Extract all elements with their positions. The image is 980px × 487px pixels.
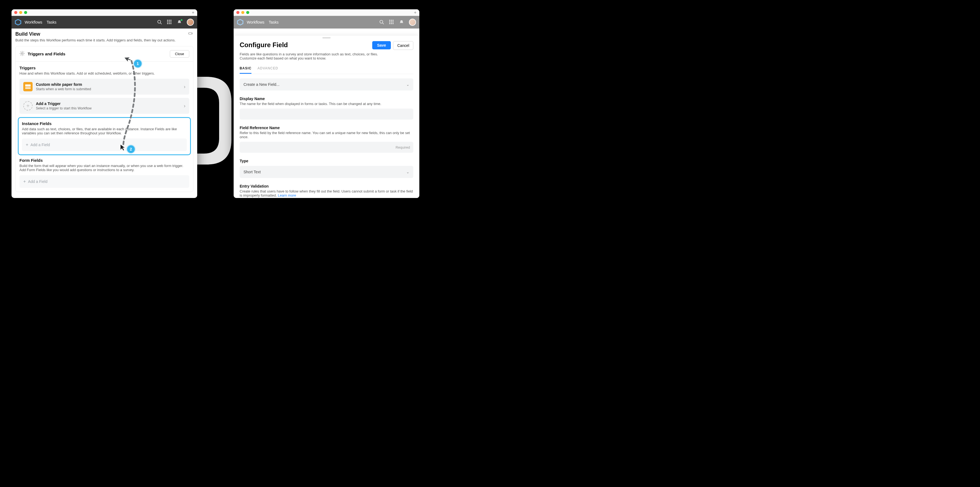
chevron-right-icon: › xyxy=(184,103,185,109)
tab-basic[interactable]: BASIC xyxy=(240,66,251,74)
page-title: Build View xyxy=(15,31,188,37)
zoom-dot-icon[interactable] xyxy=(246,11,249,14)
validation-sub: Create rules that users have to follow w… xyxy=(240,189,413,198)
create-field-select[interactable]: Create a New Field... ⌄ xyxy=(240,78,413,91)
form-fields-title: Form Fields xyxy=(19,158,189,163)
svg-point-11 xyxy=(380,20,383,23)
svg-point-10 xyxy=(239,21,241,23)
instance-fields-sub: Add data such as text, choices, or files… xyxy=(22,127,187,135)
add-trigger-sub: Select a trigger to start this Workflow xyxy=(36,106,180,110)
learn-more-link[interactable]: Learn more xyxy=(278,193,296,198)
top-nav: Workflows Tasks xyxy=(234,16,419,29)
type-label: Type xyxy=(240,159,413,163)
close-dot-icon[interactable] xyxy=(14,11,17,14)
svg-point-2 xyxy=(158,20,161,23)
svg-rect-4 xyxy=(189,33,191,35)
avatar[interactable] xyxy=(409,19,416,26)
nav-tasks[interactable]: Tasks xyxy=(269,20,278,24)
type-value: Short Text xyxy=(243,170,406,174)
section-triggers-sub: How and when this Workflow starts. Add o… xyxy=(19,71,189,75)
step-bubble-1: 1 xyxy=(134,60,142,67)
new-tab-button[interactable]: + xyxy=(191,10,196,15)
close-button[interactable]: Close xyxy=(170,50,189,57)
search-icon[interactable] xyxy=(157,20,162,25)
form-icon xyxy=(23,82,33,91)
titlebar: + xyxy=(234,9,419,16)
instance-fields-title: Instance Fields xyxy=(22,121,187,126)
nav-tasks[interactable]: Tasks xyxy=(46,20,56,24)
new-tab-button[interactable]: + xyxy=(413,10,418,15)
reference-name-sub: Refer to this field by the field referen… xyxy=(240,131,413,139)
step-bubble-2: 2 xyxy=(127,145,135,153)
form-fields-sub: Build the form that will appear when you… xyxy=(19,164,189,172)
svg-point-1 xyxy=(17,21,19,23)
chevron-down-icon: ⌄ xyxy=(406,170,409,174)
search-icon[interactable] xyxy=(379,20,384,25)
modal-subtitle: Fields are like questions in a survey an… xyxy=(240,52,393,60)
window-build-view: + Workflows Tasks xyxy=(11,9,197,198)
validation-label: Entry Validation xyxy=(240,184,413,188)
notification-dot-icon xyxy=(181,19,182,21)
trigger-row-title: Custom white paper form xyxy=(36,82,180,87)
titlebar: + xyxy=(11,9,197,16)
arrow-path xyxy=(121,56,148,155)
tabs: BASIC ADVANCED xyxy=(240,66,413,74)
chevron-down-icon: ⌄ xyxy=(406,82,409,87)
reference-name-label: Field Reference Name xyxy=(240,126,413,130)
traffic-lights xyxy=(236,11,249,14)
chevron-right-icon: › xyxy=(184,84,185,89)
svg-line-12 xyxy=(383,23,384,24)
gear-icon xyxy=(19,51,25,57)
modal-title: Configure Field xyxy=(240,41,370,49)
svg-point-8 xyxy=(21,53,23,54)
display-name-sub: The name for the field when displayed in… xyxy=(240,102,413,106)
minimize-dot-icon[interactable] xyxy=(19,11,22,14)
add-field-label: Add a Field xyxy=(28,179,48,184)
add-trigger-title: Add a Trigger xyxy=(36,101,180,106)
trigger-row-webform[interactable]: Custom white paper form Starts when a we… xyxy=(19,79,189,94)
cursor-pointer-icon xyxy=(119,144,127,152)
svg-line-3 xyxy=(161,23,162,24)
section-triggers-title: Triggers xyxy=(19,65,189,70)
apps-icon[interactable] xyxy=(167,20,172,25)
save-button[interactable]: Save xyxy=(372,41,391,49)
avatar[interactable] xyxy=(187,19,194,26)
drag-handle-icon[interactable] xyxy=(322,37,331,38)
bell-icon[interactable] xyxy=(399,20,404,25)
panel-title: Triggers and Fields xyxy=(28,51,167,56)
add-instance-field-button[interactable]: + Add a Field xyxy=(22,139,187,151)
instance-fields-highlight: Instance Fields Add data such as text, c… xyxy=(18,117,191,155)
nav-workflows[interactable]: Workflows xyxy=(25,20,42,24)
select-label: Create a New Field... xyxy=(243,82,406,87)
window-configure-field: + Workflows Tasks xyxy=(234,9,419,198)
type-select[interactable]: Short Text ⌄ xyxy=(240,166,413,178)
trigger-row-sub: Starts when a web form is submitted xyxy=(36,87,180,91)
app-logo-icon[interactable] xyxy=(15,19,21,26)
add-field-label: Add a Field xyxy=(30,142,50,147)
reference-name-input[interactable]: Required xyxy=(240,142,413,153)
add-trigger-row[interactable]: + Add a Trigger Select a trigger to star… xyxy=(19,98,189,114)
bell-icon[interactable] xyxy=(177,20,182,25)
rename-icon[interactable] xyxy=(188,31,193,36)
traffic-lights xyxy=(14,11,27,14)
close-dot-icon[interactable] xyxy=(236,11,239,14)
nav-workflows[interactable]: Workflows xyxy=(247,20,264,24)
plus-dashed-icon: + xyxy=(23,101,33,110)
plus-icon: + xyxy=(23,179,26,184)
display-name-label: Display Name xyxy=(240,96,413,101)
minimize-dot-icon[interactable] xyxy=(241,11,244,14)
cursor-arrow-icon xyxy=(125,54,132,62)
app-logo-icon[interactable] xyxy=(237,19,243,26)
configure-field-modal: Configure Field Save Cancel Fields are l… xyxy=(234,36,419,198)
page-subtitle: Build the steps this Workflow performs e… xyxy=(15,38,188,42)
triggers-fields-panel: Triggers and Fields Close Triggers How a… xyxy=(15,46,193,192)
plus-icon: + xyxy=(26,142,28,147)
add-form-field-button[interactable]: + Add a Field xyxy=(19,175,189,188)
cancel-button[interactable]: Cancel xyxy=(393,41,413,50)
required-placeholder: Required xyxy=(396,145,410,149)
apps-icon[interactable] xyxy=(389,20,394,25)
display-name-input[interactable] xyxy=(240,109,413,120)
tab-advanced[interactable]: ADVANCED xyxy=(258,66,278,74)
top-nav: Workflows Tasks xyxy=(11,16,197,29)
zoom-dot-icon[interactable] xyxy=(24,11,27,14)
